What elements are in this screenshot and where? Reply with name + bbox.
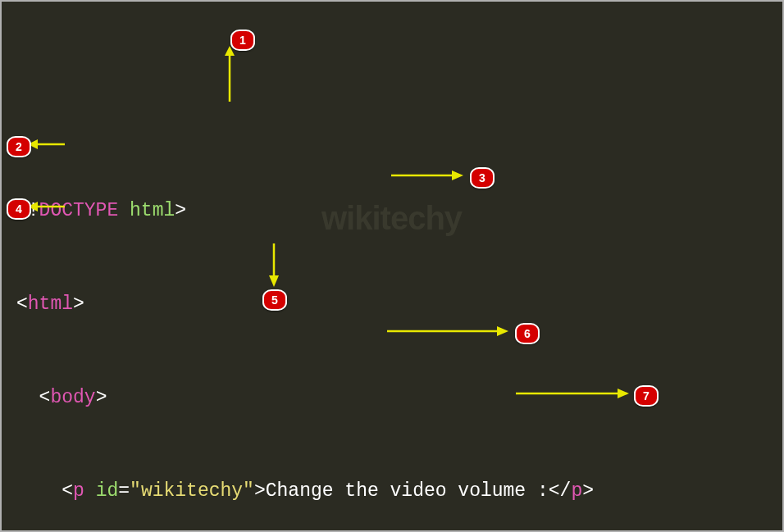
code-editor: wikitechy <!DOCTYPE html> <html> <body> … <box>0 0 784 532</box>
annotation-badge-5: 5 <box>262 289 287 311</box>
code-line: <!DOCTYPE html> <box>16 195 782 226</box>
code-line: <body> <box>16 382 782 413</box>
arrow-2 <box>28 136 69 152</box>
annotation-badge-4: 4 <box>7 198 31 220</box>
svg-marker-5 <box>452 171 463 180</box>
code-line: <p id="wikitechy">Change the video volum… <box>16 475 782 507</box>
arrow-5 <box>258 239 290 289</box>
arrow-6 <box>387 323 510 339</box>
annotation-badge-6: 6 <box>515 323 540 344</box>
svg-marker-11 <box>497 326 508 336</box>
annotation-badge-7: 7 <box>634 385 659 407</box>
arrow-1 <box>213 44 246 110</box>
code-line: <html> <box>16 289 782 320</box>
annotation-badge-1: 1 <box>230 30 255 51</box>
annotation-badge-3: 3 <box>470 167 495 189</box>
arrow-3 <box>391 167 465 184</box>
svg-marker-9 <box>269 275 279 287</box>
annotation-badge-2: 2 <box>7 136 31 157</box>
